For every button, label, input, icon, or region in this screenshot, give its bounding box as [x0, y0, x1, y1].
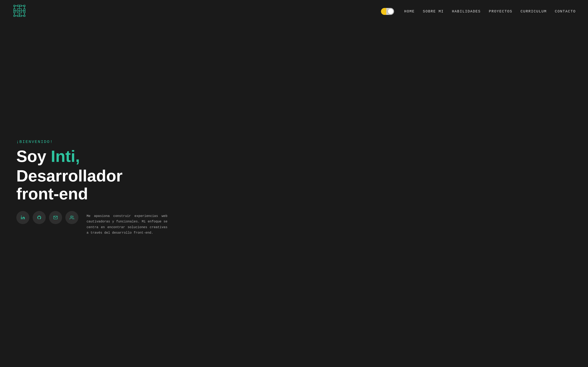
nav-link-habilidades[interactable]: HABILIDADES: [452, 9, 481, 13]
nav-link-sobre-mi[interactable]: SOBRE MI: [423, 9, 444, 13]
github-icon: [37, 215, 42, 220]
svg-point-24: [21, 216, 22, 217]
nav-link-home[interactable]: HOME: [404, 9, 415, 13]
linkedin-icon: [21, 215, 25, 220]
hero-title-white: Soy: [16, 147, 51, 165]
email-button[interactable]: [49, 211, 62, 224]
logo[interactable]: [12, 4, 26, 19]
svg-point-22: [19, 10, 20, 11]
hero-description: Me apasiona construir experiencias web c…: [86, 211, 167, 236]
theme-toggle[interactable]: [381, 8, 394, 15]
nav-item-proyectos[interactable]: PROYECTOS: [489, 9, 512, 13]
person-icon: [70, 215, 74, 220]
welcome-text: ¡BIENVENIDO!: [16, 140, 167, 144]
github-button[interactable]: [33, 211, 46, 224]
nav-right: HOME SOBRE MI HABILIDADES PROYECTOS CURR…: [381, 8, 576, 15]
email-icon: [53, 215, 58, 220]
svg-rect-12: [24, 15, 25, 17]
nav-link-proyectos[interactable]: PROYECTOS: [489, 9, 512, 13]
nav-link-curriculum[interactable]: CURRICULUM: [521, 9, 547, 13]
hero-section: ¡BIENVENIDO! Soy Inti, Desarrollador fro…: [0, 0, 184, 367]
hero-title-green: Inti,: [51, 147, 80, 165]
hero-subtitle: Desarrollador front-end: [16, 167, 167, 203]
nav-links: HOME SOBRE MI HABILIDADES PROYECTOS CURR…: [404, 9, 576, 13]
nav-item-sobre-mi[interactable]: SOBRE MI: [423, 9, 444, 13]
nav-link-contacto[interactable]: CONTACTO: [555, 9, 576, 13]
nav-item-contacto[interactable]: CONTACTO: [555, 9, 576, 13]
nav-item-home[interactable]: HOME: [404, 9, 415, 13]
social-icons: [16, 211, 78, 224]
social-row: Me apasiona construir experiencias web c…: [16, 211, 167, 236]
linkedin-button[interactable]: [16, 211, 29, 224]
svg-point-26: [71, 216, 72, 217]
svg-rect-23: [21, 217, 22, 219]
svg-rect-9: [14, 5, 15, 7]
nav-item-habilidades[interactable]: HABILIDADES: [452, 9, 481, 13]
svg-rect-10: [24, 5, 25, 7]
nav-item-curriculum[interactable]: CURRICULUM: [521, 9, 547, 13]
toggle-thumb: [388, 9, 393, 14]
hero-title: Soy Inti,: [16, 147, 167, 165]
contact-button[interactable]: [65, 211, 78, 224]
navbar: HOME SOBRE MI HABILIDADES PROYECTOS CURR…: [0, 0, 588, 23]
toggle-switch[interactable]: [381, 8, 394, 15]
svg-rect-11: [14, 15, 15, 17]
toggle-track: [381, 8, 394, 15]
